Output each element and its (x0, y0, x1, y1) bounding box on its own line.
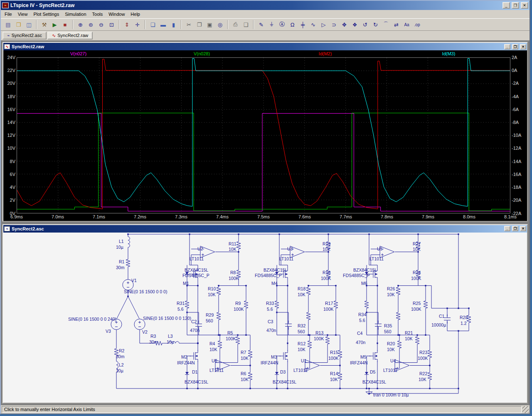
schematic-label: 10K (229, 247, 236, 252)
schematic-canvas[interactable]: L110µR130mV1SINE(0 16 1500 0 0 0)SINE(0 … (3, 233, 527, 403)
cascade-windows-icon[interactable]: ❏ (148, 20, 158, 30)
schematic-label: 100K (314, 337, 324, 341)
schematic-label: 10K (387, 292, 395, 297)
menu-file[interactable]: File (2, 10, 15, 18)
component-icon[interactable]: ⊃ (329, 20, 339, 30)
tick-label: -10A (512, 133, 521, 138)
paste-icon[interactable]: ▣ (204, 20, 215, 30)
waveform-minimize-button[interactable]: _ (504, 44, 510, 50)
waveform-window-titlebar[interactable]: ∿ SyncRect2.raw _ ❐ ✕ (3, 43, 527, 50)
schematic-minimize-button[interactable]: _ (504, 226, 510, 231)
resistor-icon[interactable]: Ω (287, 20, 298, 30)
app-icon[interactable]: ⌁ (2, 2, 9, 8)
tick-label: -2A (512, 81, 519, 86)
run-icon[interactable]: ▶ (49, 20, 60, 30)
waveform-restore-button[interactable]: ❐ (512, 44, 518, 50)
schematic-restore-button[interactable]: ❐ (512, 226, 518, 231)
schematic-label: 100K (411, 307, 421, 311)
menu-tools[interactable]: Tools (89, 10, 106, 18)
schematic-label: 5.6 (359, 318, 365, 322)
menu-help[interactable]: Help (128, 10, 143, 18)
schematic-label: R23 (419, 350, 427, 354)
schematic-window-titlebar[interactable]: ⌁ SyncRect2.asc _ ❐ ✕ (3, 225, 527, 233)
tick-label: 20V (7, 81, 15, 86)
y-axis-left[interactable]: 24V22V20V18V16V14V12V10V8V6V4V2V0V (4, 57, 17, 213)
tick-label: -14A (512, 159, 521, 164)
trace-label-idm2[interactable]: Id(M2) (264, 51, 387, 57)
net-label-icon[interactable]: Ⓐ (277, 20, 287, 30)
close-button[interactable]: ✕ (521, 2, 528, 9)
open-icon[interactable]: ❒ (13, 20, 24, 30)
zoom-back-icon[interactable]: ⊜ (86, 20, 96, 30)
tick-label: 10V (7, 146, 15, 151)
new-schematic-icon[interactable]: ▤ (3, 20, 13, 30)
text-icon[interactable]: Aa (401, 20, 412, 30)
print-preview-icon[interactable]: ❑ (241, 20, 251, 30)
y-axis-right[interactable]: 2A0A-2A-4A-6A-8A-10A-12A-14A-16A-18A-20A… (510, 57, 525, 213)
schematic-label: R6 (241, 371, 246, 376)
toolbar-separator (253, 20, 254, 29)
restore-button[interactable]: ❐ (512, 2, 519, 9)
redo-icon[interactable]: ↻ (370, 20, 381, 30)
schematic-label: BZX84C15L (273, 380, 296, 384)
draw-wire-icon[interactable]: ✎ (256, 20, 266, 30)
trace-idm2[interactable] (17, 59, 510, 209)
tile-horizontal-icon[interactable]: ▬ (158, 20, 168, 30)
schematic-label: R12 (298, 342, 305, 346)
schematic-label: D5 (370, 370, 376, 374)
menu-view[interactable]: View (15, 10, 31, 18)
copy-icon[interactable]: ❐ (194, 20, 204, 30)
schematic-close-button[interactable]: ✕ (520, 226, 526, 231)
mdi-area: ∿ SyncRect2.raw _ ❐ ✕ V(n027)V(n028)Id(M… (1, 40, 530, 405)
plot-area[interactable] (17, 57, 510, 213)
inductor-icon[interactable]: ∿ (308, 20, 318, 30)
control-panel-icon[interactable]: ⚒ (39, 20, 49, 30)
drag-icon[interactable]: ❖ (350, 20, 360, 30)
x-axis[interactable]: 6.9ms7.0ms7.1ms7.2ms7.3ms7.4ms7.5ms7.6ms… (17, 213, 510, 220)
menubar: FileViewPlot SettingsSimulationToolsWind… (1, 10, 530, 18)
schematic-window: ⌁ SyncRect2.asc _ ❐ ✕ L110µR130mV1SINE(0… (2, 224, 528, 404)
trace-vn028[interactable] (17, 113, 510, 211)
tab-syncrect2.asc[interactable]: ⌁SyncRect2.asc (2, 32, 47, 40)
menu-simulation[interactable]: Simulation (62, 10, 89, 18)
trace-label-idm3[interactable]: Id(M3) (387, 51, 510, 57)
resize-grip[interactable] (522, 406, 529, 413)
schematic-label: U1 (301, 358, 307, 363)
menu-plot-settings[interactable]: Plot Settings (30, 10, 62, 18)
waveform-window: ∿ SyncRect2.raw _ ❐ ✕ V(n027)V(n028)Id(M… (2, 42, 528, 222)
schematic-label: BZX84C15L (264, 268, 287, 272)
diode-icon[interactable]: ▷ (318, 20, 329, 30)
move-icon[interactable]: ✥ (339, 20, 350, 30)
capacitor-icon[interactable]: ╪ (298, 20, 308, 30)
rotate-icon[interactable]: ⌒ (381, 20, 391, 30)
undo-icon[interactable]: ↺ (360, 20, 370, 30)
titlebar[interactable]: ⌁ LTspice IV - SyncRect2.raw _ ❐ ✕ (1, 1, 530, 10)
print-icon[interactable]: ⎙ (230, 20, 241, 30)
autorange-y-axis-icon[interactable]: ⇕ (122, 20, 132, 30)
schematic-label: 5.6 (267, 307, 273, 311)
tick-label: -8A (512, 120, 519, 125)
zoom-full-extents-icon[interactable]: ⊡ (106, 20, 117, 30)
minimize-button[interactable]: _ (502, 2, 510, 9)
ground-icon[interactable]: ⏚ (266, 20, 277, 30)
trace-label-vn027[interactable]: V(n027) (17, 51, 140, 57)
find-icon[interactable]: ◎ (215, 20, 225, 30)
halt-icon[interactable]: ■ (60, 20, 70, 30)
schematic-label: 10K (298, 292, 305, 297)
pan-icon[interactable]: ✛ (132, 20, 143, 30)
zoom-out-icon[interactable]: ⊖ (96, 20, 106, 30)
schematic-label: M1 (183, 281, 189, 285)
cut-icon[interactable]: ✂ (184, 20, 194, 30)
zoom-in-icon[interactable]: ⊕ (75, 20, 86, 30)
schematic-label: 100K (418, 356, 428, 360)
save-icon[interactable]: ◫ (24, 20, 34, 30)
menu-window[interactable]: Window (106, 10, 128, 18)
schematic-label: U4 (390, 358, 396, 363)
tile-vertical-icon[interactable]: ▮ (168, 20, 179, 30)
schematic-label: R5 (227, 331, 233, 335)
mirror-icon[interactable]: ⇄ (391, 20, 401, 30)
waveform-close-button[interactable]: ✕ (520, 44, 526, 50)
trace-label-vn028[interactable]: V(n028) (140, 51, 264, 57)
spice-directive-icon[interactable]: .op (412, 20, 422, 30)
tab-syncrect2.raw[interactable]: ∿SyncRect2.raw (47, 32, 93, 40)
